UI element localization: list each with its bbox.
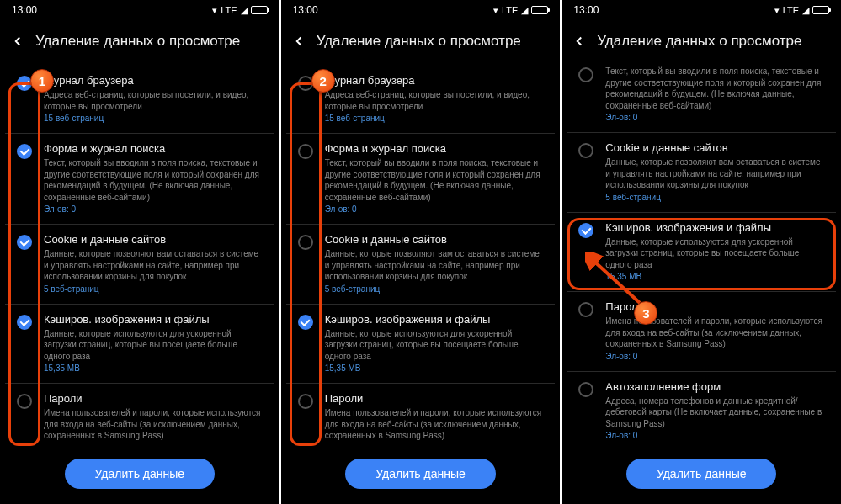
item-desc: Адреса, номера телефонов и данные кредит… [605,395,822,430]
option-cookies[interactable]: Cookie и данные сайтов Данные, которые п… [5,225,274,305]
battery-icon [251,6,268,14]
signal-icon: ◢ [241,5,248,16]
callout-1: 1 [30,69,54,93]
status-time: 13:00 [293,4,318,16]
options-list[interactable]: Текст, который вы вводили в поля поиска,… [562,66,841,447]
checkbox[interactable] [578,143,593,158]
item-desc: Имена пользователей и пароли, которые ис… [44,407,261,442]
item-title: Журнал браузера [44,74,261,87]
item-title: Кэширов. изображения и файлы [605,221,822,234]
item-info: 5 веб-страниц [325,284,542,294]
item-desc: Данные, которые используются для ускорен… [605,236,822,271]
page-title: Удаление данных о просмотре [35,33,240,50]
network-label: LTE [502,5,518,15]
wifi-icon: ▾ [774,5,780,16]
item-title: Пароли [325,392,542,405]
item-info: 15,35 МВ [605,272,822,281]
checkbox[interactable] [298,315,313,330]
delete-button[interactable]: Удалить данные [626,459,777,489]
options-list[interactable]: Журнал браузера Адреса веб-страниц, кото… [0,66,279,447]
screen-1: 13:00 ▾ LTE ◢ Удаление данных о просмотр… [0,0,279,504]
option-passwords[interactable]: Пароли Имена пользователей и пароли, кот… [286,384,556,447]
item-title: Кэширов. изображения и файлы [44,313,261,326]
checkbox[interactable] [17,394,32,409]
checkbox[interactable] [298,144,313,159]
item-desc: Текст, который вы вводили в поля поиска,… [325,157,542,203]
item-title: Пароли [44,392,261,405]
network-label: LTE [783,5,799,15]
item-desc: Данные, которые используются для ускорен… [325,328,542,363]
checkbox[interactable] [578,302,593,317]
options-list[interactable]: Журнал браузера Адреса веб-страниц, кото… [281,66,561,447]
screen-3: 13:00 ▾ LTE ◢ Удаление данных о просмотр… [562,0,841,504]
callout-2: 2 [311,69,335,93]
item-desc: Данные, которые позволяют вам оставаться… [605,157,822,191]
status-time: 13:00 [573,4,599,16]
checkbox[interactable] [298,394,313,409]
item-info: Эл-ов: 0 [44,204,261,214]
back-icon[interactable] [570,32,588,50]
battery-icon [812,6,829,14]
network-label: LTE [221,5,237,15]
status-bar: 13:00 ▾ LTE ◢ [562,0,841,20]
delete-button[interactable]: Удалить данные [345,459,496,489]
option-form-search-partial[interactable]: Текст, который вы вводили в поля поиска,… [567,66,836,133]
footer: Удалить данные [0,447,279,504]
item-title: Форма и журнал поиска [44,142,261,155]
checkbox[interactable] [578,382,593,397]
item-info: Эл-ов: 0 [605,352,822,361]
option-cookies[interactable]: Cookie и данные сайтов Данные, которые п… [286,225,556,305]
option-autofill[interactable]: Автозаполнение форм Адреса, номера телеф… [567,372,836,448]
header: Удаление данных о просмотре [562,20,841,66]
status-right: ▾ LTE ◢ [212,5,267,16]
item-info: 5 веб-страниц [605,193,822,202]
status-time: 13:00 [12,4,37,16]
status-right: ▾ LTE ◢ [493,5,548,16]
wifi-icon: ▾ [493,5,498,16]
item-title: Журнал браузера [325,74,542,87]
header: Удаление данных о просмотре [281,20,561,66]
item-title: Cookie и данные сайтов [44,233,261,246]
option-cache[interactable]: Кэширов. изображения и файлы Данные, кот… [286,305,556,385]
checkbox[interactable] [17,144,32,159]
item-title: Форма и журнал поиска [325,142,542,155]
page-title: Удаление данных о просмотре [597,33,801,50]
item-desc: Адреса веб-страниц, которые вы посетили,… [44,89,261,112]
back-icon[interactable] [290,32,308,50]
footer: Удалить данные [562,447,841,504]
checkbox[interactable] [578,67,593,82]
item-desc: Текст, который вы вводили в поля поиска,… [605,66,822,111]
footer: Удалить данные [281,447,561,504]
item-title: Cookie и данные сайтов [605,141,822,154]
screen-2: 13:00 ▾ LTE ◢ Удаление данных о просмотр… [281,0,561,504]
checkbox[interactable] [578,223,593,238]
checkbox[interactable] [298,76,313,91]
item-info: 15 веб-страниц [44,114,261,123]
checkbox[interactable] [17,315,32,330]
checkbox[interactable] [17,235,32,250]
item-info: 5 веб-страниц [44,284,261,294]
option-form-search[interactable]: Форма и журнал поиска Текст, который вы … [5,134,274,225]
status-right: ▾ LTE ◢ [774,5,829,16]
option-cache[interactable]: Кэширов. изображения и файлы Данные, кот… [567,213,836,293]
option-cookies[interactable]: Cookie и данные сайтов Данные, которые п… [567,133,836,213]
item-desc: Адреса веб-страниц, которые вы посетили,… [325,89,542,112]
option-cache[interactable]: Кэширов. изображения и файлы Данные, кот… [5,305,274,385]
item-info: Эл-ов: 0 [325,204,542,214]
item-info: 15,35 МВ [325,363,542,373]
item-info: Эл-ов: 0 [605,113,822,122]
checkbox[interactable] [298,235,313,250]
page-title: Удаление данных о просмотре [317,33,521,50]
option-passwords[interactable]: Пароли Имена пользователей и пароли, кот… [5,384,274,447]
option-passwords[interactable]: Пароли Имена пользователей и пароли, кот… [567,292,836,372]
item-desc: Имена пользователей и пароли, которые ис… [325,407,542,442]
status-bar: 13:00 ▾ LTE ◢ [281,0,561,20]
option-form-search[interactable]: Форма и журнал поиска Текст, который вы … [286,134,556,225]
item-title: Автозаполнение форм [605,380,822,393]
item-desc: Данные, которые позволяют вам оставаться… [44,248,261,283]
back-icon[interactable] [8,32,27,50]
item-desc: Текст, который вы вводили в поля поиска,… [44,157,261,203]
item-info: 15,35 МВ [44,363,261,373]
signal-icon: ◢ [521,5,528,16]
delete-button[interactable]: Удалить данные [65,459,216,489]
